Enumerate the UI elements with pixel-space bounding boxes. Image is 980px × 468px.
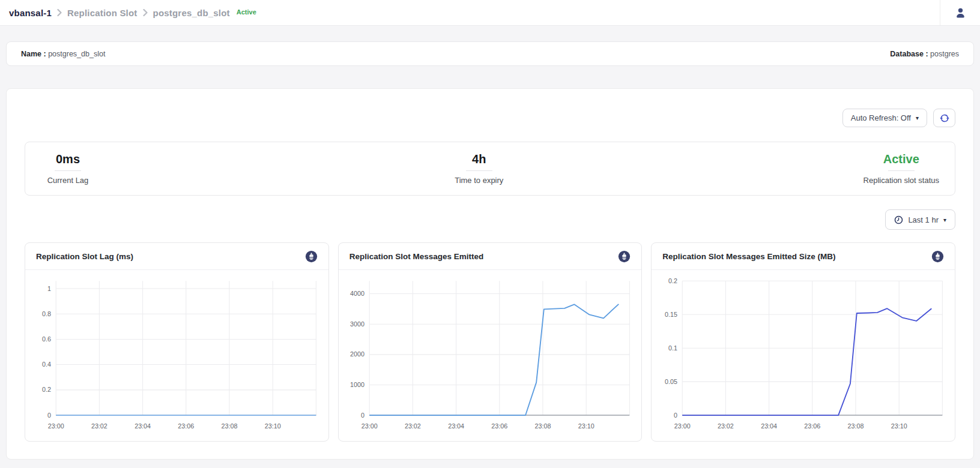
clock-icon xyxy=(894,215,903,224)
refresh-icon xyxy=(940,113,949,123)
svg-text:23:08: 23:08 xyxy=(221,422,237,430)
user-icon xyxy=(955,7,966,19)
svg-text:23:00: 23:00 xyxy=(48,422,64,430)
svg-text:4000: 4000 xyxy=(350,290,364,297)
stat-current-lag-label: Current Lag xyxy=(41,176,95,185)
svg-text:23:04: 23:04 xyxy=(761,422,777,430)
header-right xyxy=(940,0,980,25)
database-label: Database : xyxy=(890,50,928,58)
svg-text:23:08: 23:08 xyxy=(534,422,551,430)
svg-text:0: 0 xyxy=(361,412,364,419)
stat-time-to-expiry: 4h Time to expiry xyxy=(452,152,506,185)
chart-title: Replication Slot Lag (ms) xyxy=(36,252,133,261)
user-menu-button[interactable] xyxy=(940,0,980,25)
svg-text:23:06: 23:06 xyxy=(491,422,507,430)
chart-header: Replication Slot Messages Emitted Size (… xyxy=(652,243,955,270)
svg-text:23:10: 23:10 xyxy=(891,422,907,430)
slot-name-field: Name : postgres_db_slot xyxy=(21,50,105,58)
stat-time-to-expiry-label: Time to expiry xyxy=(452,176,506,185)
svg-text:0: 0 xyxy=(47,412,51,419)
prometheus-link-button[interactable] xyxy=(618,250,631,263)
chart-canvas-messages-emitted-size[interactable]: 00.050.10.150.223:0023:0223:0423:0623:08… xyxy=(652,270,955,441)
charts-row: Replication Slot Lag (ms) 00.20.40.60 xyxy=(25,242,955,442)
auto-refresh-label: Auto Refresh: Off xyxy=(851,113,911,122)
app-header: vbansal-1 Replication Slot postgres_db_s… xyxy=(0,0,980,26)
svg-text:1: 1 xyxy=(47,285,51,292)
svg-text:0.1: 0.1 xyxy=(668,344,677,352)
breadcrumb: vbansal-1 Replication Slot postgres_db_s… xyxy=(0,8,256,18)
caret-down-icon: ▾ xyxy=(943,217,946,223)
refresh-button[interactable] xyxy=(933,109,955,127)
svg-text:23:06: 23:06 xyxy=(178,422,194,430)
stat-slot-status-value: Active xyxy=(864,152,939,166)
chart-canvas-replication-slot-lag[interactable]: 00.20.40.60.8123:0023:0223:0423:0623:082… xyxy=(25,270,328,441)
status-badge: Active xyxy=(237,8,256,16)
time-range-row: Last 1 hr ▾ xyxy=(25,209,955,230)
prometheus-link-button[interactable] xyxy=(305,250,318,263)
svg-text:3000: 3000 xyxy=(350,320,364,328)
stat-slot-status-label: Replication slot status xyxy=(864,176,939,185)
caret-down-icon: ▾ xyxy=(916,115,919,121)
metrics-toolbar: Auto Refresh: Off ▾ xyxy=(25,109,955,127)
svg-text:23:02: 23:02 xyxy=(718,422,734,430)
chart-title: Replication Slot Messages Emitted Size (… xyxy=(662,252,835,261)
slot-name-value: postgres_db_slot xyxy=(48,50,105,58)
svg-text:2000: 2000 xyxy=(350,350,364,358)
svg-text:23:00: 23:00 xyxy=(674,422,691,430)
svg-text:0.2: 0.2 xyxy=(668,277,677,284)
prometheus-icon xyxy=(305,250,318,263)
prometheus-icon xyxy=(931,250,944,263)
svg-text:0.4: 0.4 xyxy=(42,361,51,368)
stat-current-lag-value: 0ms xyxy=(41,152,95,166)
chart-header: Replication Slot Lag (ms) xyxy=(25,243,328,270)
svg-text:0.6: 0.6 xyxy=(42,335,51,343)
chart-card-messages-emitted-size: Replication Slot Messages Emitted Size (… xyxy=(651,242,955,442)
svg-text:1000: 1000 xyxy=(350,381,364,388)
chart-card-messages-emitted: Replication Slot Messages Emitted 010 xyxy=(338,242,643,442)
breadcrumb-slot-name: postgres_db_slot xyxy=(153,8,230,18)
stat-time-to-expiry-value: 4h xyxy=(452,152,506,166)
stat-slot-status: Active Replication slot status xyxy=(864,152,939,185)
chart-header: Replication Slot Messages Emitted xyxy=(339,243,642,270)
svg-text:0.05: 0.05 xyxy=(665,378,677,385)
chart-title: Replication Slot Messages Emitted xyxy=(349,252,484,261)
slot-name-label: Name : xyxy=(21,50,46,58)
summary-stats-card: 0ms Current Lag 4h Time to expiry Active… xyxy=(25,142,955,196)
chevron-right-icon xyxy=(143,9,148,16)
prometheus-link-button[interactable] xyxy=(931,250,944,263)
stat-divider xyxy=(466,170,492,171)
prometheus-icon xyxy=(618,250,631,263)
time-range-dropdown[interactable]: Last 1 hr ▾ xyxy=(885,209,955,230)
svg-text:23:04: 23:04 xyxy=(448,422,464,430)
svg-text:0.2: 0.2 xyxy=(42,386,51,393)
svg-text:0: 0 xyxy=(674,412,677,419)
auto-refresh-dropdown[interactable]: Auto Refresh: Off ▾ xyxy=(842,109,927,127)
svg-text:0.8: 0.8 xyxy=(42,310,51,317)
chevron-right-icon xyxy=(57,9,62,16)
svg-text:23:10: 23:10 xyxy=(265,422,281,430)
svg-text:23:02: 23:02 xyxy=(91,422,107,430)
database-field: Database : postgres xyxy=(890,50,959,58)
chart-card-replication-slot-lag: Replication Slot Lag (ms) 00.20.40.60 xyxy=(25,242,329,442)
svg-text:23:04: 23:04 xyxy=(135,422,151,430)
svg-text:23:08: 23:08 xyxy=(848,422,864,430)
metrics-panel: Auto Refresh: Off ▾ 0ms Current Lag 4h xyxy=(6,88,974,460)
breadcrumb-cluster[interactable]: vbansal-1 xyxy=(9,8,52,18)
stat-current-lag: 0ms Current Lag xyxy=(41,152,95,185)
slot-info-bar: Name : postgres_db_slot Database : postg… xyxy=(6,41,974,66)
svg-text:0.15: 0.15 xyxy=(665,311,677,318)
svg-text:23:06: 23:06 xyxy=(805,422,821,430)
chart-canvas-messages-emitted[interactable]: 0100020003000400023:0023:0223:0423:0623:… xyxy=(339,270,642,441)
time-range-label: Last 1 hr xyxy=(908,215,939,224)
svg-text:23:02: 23:02 xyxy=(405,422,421,430)
stat-divider xyxy=(888,170,915,171)
svg-text:23:10: 23:10 xyxy=(578,422,594,430)
breadcrumb-section[interactable]: Replication Slot xyxy=(67,8,138,18)
stat-divider xyxy=(55,170,81,171)
database-value: postgres xyxy=(930,50,959,58)
svg-text:23:00: 23:00 xyxy=(361,422,377,430)
